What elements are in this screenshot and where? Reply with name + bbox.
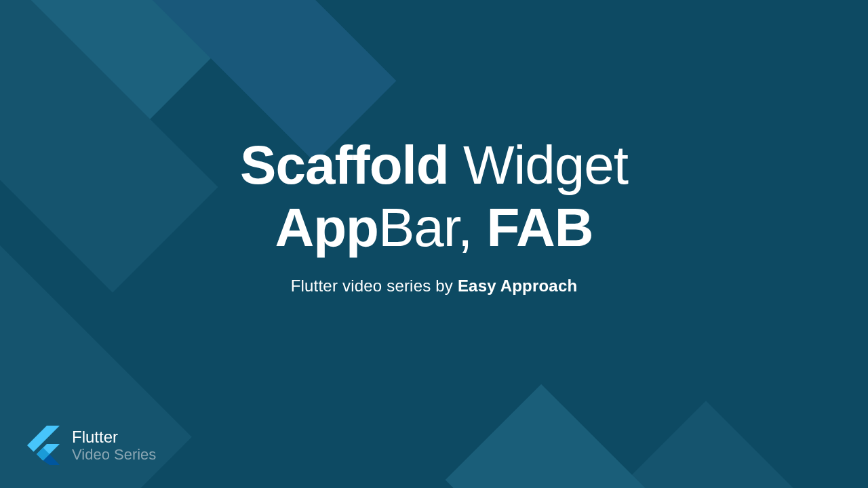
title-bold: Scaffold — [240, 135, 449, 195]
title-bold: App — [275, 197, 378, 258]
subtitle: Flutter video series by Easy Approach — [0, 277, 868, 296]
brand-text: Flutter Video Series — [72, 428, 156, 464]
flutter-logo-icon — [27, 426, 60, 465]
title-light: Widget — [449, 135, 628, 195]
subtitle-brand: Easy Approach — [458, 277, 577, 295]
brand-name: Flutter — [72, 428, 156, 447]
title-light: Bar, — [378, 197, 487, 258]
footer-brand: Flutter Video Series — [27, 426, 156, 465]
title-bold: FAB — [487, 197, 593, 258]
subtitle-prefix: Flutter video series by — [291, 277, 458, 295]
title-line-1: Scaffold Widget — [0, 134, 868, 197]
title-line-2: AppBar, FAB — [0, 197, 868, 259]
brand-series: Video Series — [72, 446, 156, 463]
title-block: Scaffold Widget AppBar, FAB Flutter vide… — [0, 134, 868, 296]
